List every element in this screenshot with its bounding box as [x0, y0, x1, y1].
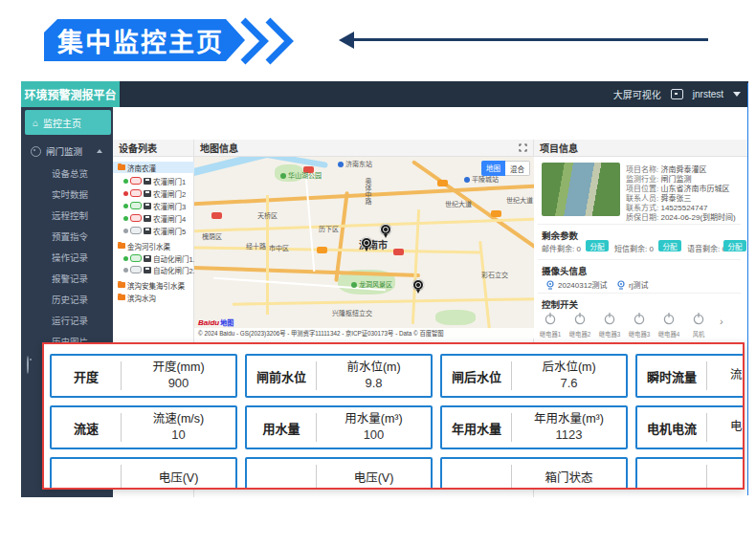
- chevron-up-icon: [97, 146, 102, 153]
- switch-relay-4[interactable]: 继电器3: [623, 312, 656, 339]
- road-shield: [491, 210, 501, 217]
- device-item[interactable]: 自动化闸门1...: [113, 252, 204, 264]
- chevron-down-icon[interactable]: [733, 92, 741, 100]
- project-panel-title: 项目信息: [534, 140, 748, 157]
- camera-item[interactable]: rj测试: [616, 279, 648, 290]
- camera-icon: [545, 280, 555, 290]
- sidebar-item-home[interactable]: ⌂ 监控主页: [25, 110, 111, 135]
- device-item[interactable]: 农灌闸门2: [113, 187, 204, 199]
- device-panel-title: 设备列表: [113, 140, 193, 157]
- remain-voice: 语音剩余: 0: [687, 243, 726, 253]
- map-label: 奥体中路: [363, 178, 372, 205]
- data-card-upstream-level: 闸前水位 前水位(m)9.8: [245, 354, 433, 398]
- arrow-line: [345, 38, 708, 41]
- data-card-cabinet-door: 箱门状态: [440, 457, 628, 490]
- monitor-icon: [31, 146, 41, 157]
- allocate-button[interactable]: 分配: [658, 240, 681, 251]
- map-road: [305, 176, 316, 272]
- screen-icon[interactable]: [671, 89, 683, 99]
- device-group[interactable]: 济南农灌: [113, 162, 198, 173]
- gate-data-overlay: 开度 开度(mm)900 闸前水位 前水位(m)9.8 闸后水位 后水位(m)7…: [42, 342, 745, 490]
- project-field: 质保日期: 2024-06-29(到期时间): [626, 211, 736, 222]
- status-badge: [130, 254, 142, 262]
- fullscreen-icon[interactable]: [519, 143, 527, 152]
- allocate-button[interactable]: 分配: [586, 240, 609, 251]
- status-dot: [123, 256, 128, 261]
- map-type-map[interactable]: 地图: [481, 161, 505, 176]
- page-banner-title: 集中监控主页: [52, 22, 224, 59]
- home-icon: ⌂: [33, 118, 38, 128]
- sidebar-group-2[interactable]: [27, 357, 29, 374]
- map-label: 彩石立交: [481, 270, 508, 279]
- road-shield: [317, 247, 327, 253]
- sidebar-item-remote-control[interactable]: 远程控制: [21, 206, 113, 225]
- camera-item[interactable]: 20240312测试: [545, 279, 608, 290]
- map-label: 济南东站: [338, 159, 372, 168]
- device-group[interactable]: 滨沟水沟: [113, 292, 198, 303]
- switch-relay-1[interactable]: 继电器1: [534, 312, 567, 339]
- baidu-logo: Baidu地图: [198, 317, 234, 327]
- baidu-map[interactable]: 济南东站 华山湖公园 平陵城站 世纪大道 世纪大道 天桥区 历下区 市中区 槐荫…: [194, 157, 534, 339]
- sidebar-item-history-log[interactable]: 历史记录: [21, 290, 113, 309]
- sidebar-item-alarm-log[interactable]: 报警记录: [21, 269, 113, 288]
- camera-marker[interactable]: [361, 237, 372, 249]
- page: 集中监控主页 环境预警测报平台 大屏可视化 jnrstest 设备总数 52: [0, 0, 756, 546]
- switch-relay-3[interactable]: 继电器3: [593, 312, 626, 339]
- status-badge: [130, 202, 142, 209]
- gate-device-icon: [144, 215, 151, 222]
- app-window-border: [747, 83, 748, 495]
- sidebar-item-preset-command[interactable]: 预置指令: [21, 227, 113, 246]
- data-card-flow-speed: 流速 流速(m/s)10: [50, 405, 237, 449]
- sidebar-item-run-log[interactable]: 运行记录: [21, 311, 113, 330]
- chevron-right-icon[interactable]: ›: [720, 316, 723, 327]
- map-label: 市中区: [269, 243, 289, 252]
- left-arrow-icon: [330, 32, 354, 49]
- allocate-button[interactable]: 分配: [723, 240, 746, 251]
- power-icon: [633, 312, 646, 325]
- folder-icon: [118, 164, 125, 170]
- visualization-link[interactable]: 大屏可视化: [613, 87, 661, 101]
- gate-device-icon: [144, 228, 151, 234]
- map-type-toggle: 地图 混合: [481, 161, 530, 176]
- app-logo: 环境预警测报平台: [21, 81, 120, 107]
- sidebar-item-device-overview[interactable]: 设备总览: [21, 164, 113, 183]
- divider: [538, 224, 741, 225]
- data-card-voltage-2: 电压(V): [245, 457, 433, 490]
- sidebar-group-gate-monitoring[interactable]: 闸门监测: [21, 141, 113, 162]
- sidebar-item-realtime-data[interactable]: 实时数据: [21, 185, 113, 204]
- sidebar-item-operation-log[interactable]: 操作记录: [21, 248, 113, 267]
- divider: [538, 259, 741, 260]
- road-shield: [393, 249, 404, 255]
- project-photo: [542, 163, 620, 216]
- username[interactable]: jnrstest: [693, 89, 723, 99]
- control-switch-title: 控制开关: [542, 297, 578, 311]
- data-card-instant-flow: 瞬时流量 流量: [635, 354, 745, 398]
- map-panel-header: 地图信息: [194, 140, 533, 157]
- device-group[interactable]: 金沟河引水渠: [113, 240, 198, 251]
- topbar-right: 大屏可视化 jnrstest: [613, 81, 741, 107]
- map-copyright: © 2024 Baidu - GS(2023)3206号 - 甲测资字11111…: [194, 328, 534, 339]
- gate-device-icon: [144, 178, 151, 185]
- data-card-downstream-level: 闸后水位 后水位(m)7.6: [440, 354, 628, 398]
- device-item[interactable]: 农灌闸门4: [113, 212, 204, 224]
- camera-marker[interactable]: [412, 279, 424, 291]
- status-dot: [123, 229, 128, 233]
- device-item[interactable]: 农灌闸门5: [113, 225, 204, 236]
- folder-icon: [118, 282, 125, 288]
- map-type-hybrid[interactable]: 混合: [505, 161, 530, 176]
- device-item[interactable]: 农灌闸门3: [113, 200, 204, 211]
- switch-fan[interactable]: 风机: [682, 312, 715, 339]
- device-item[interactable]: 农灌闸门1: [113, 175, 204, 186]
- power-icon: [603, 312, 616, 325]
- map-road: [334, 191, 349, 282]
- switch-relay-2[interactable]: 继电器2: [564, 312, 596, 339]
- switch-relay-5[interactable]: 继电器4: [653, 312, 685, 339]
- camera-marker[interactable]: [380, 224, 391, 235]
- status-dot: [123, 268, 128, 273]
- power-icon: [662, 312, 676, 325]
- map-park: [435, 310, 476, 325]
- device-item[interactable]: 自动化闸门2...: [113, 264, 204, 275]
- map-road: [411, 209, 420, 324]
- gate-device-icon: [144, 190, 151, 197]
- device-group[interactable]: 滨沟安集海引水渠: [113, 279, 198, 291]
